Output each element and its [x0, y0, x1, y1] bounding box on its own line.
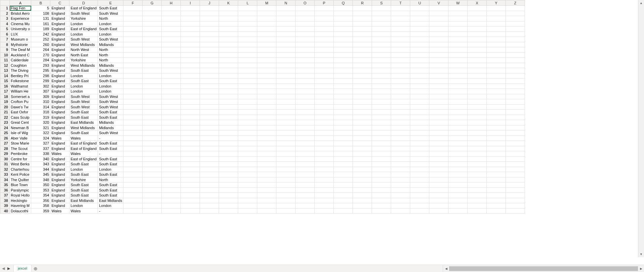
cell[interactable]	[296, 37, 315, 42]
row-header[interactable]: 18	[0, 94, 10, 99]
cell[interactable]	[123, 63, 143, 68]
cell[interactable]	[181, 42, 200, 47]
cell[interactable]	[123, 198, 143, 203]
cell[interactable]: Calderdale	[10, 58, 31, 63]
cell[interactable]	[219, 58, 238, 63]
cell[interactable]	[143, 110, 162, 115]
cell[interactable]	[506, 94, 525, 99]
cell[interactable]	[334, 63, 353, 68]
cell[interactable]: South West	[69, 11, 98, 16]
cell[interactable]: East of England	[69, 26, 98, 32]
cell[interactable]	[276, 151, 296, 157]
cell[interactable]	[296, 182, 315, 188]
cell[interactable]: Wales	[50, 208, 69, 214]
cell[interactable]: London	[69, 21, 98, 26]
column-header-W[interactable]: W	[448, 0, 468, 6]
cell[interactable]	[123, 193, 143, 198]
column-header-U[interactable]: U	[410, 0, 429, 6]
cell[interactable]	[123, 110, 143, 115]
cell[interactable]: England	[50, 94, 69, 99]
cell[interactable]	[257, 104, 276, 110]
cell[interactable]	[468, 58, 487, 63]
cell[interactable]	[315, 110, 334, 115]
row-header[interactable]: 3	[0, 16, 10, 21]
cell[interactable]	[219, 21, 238, 26]
cell[interactable]	[296, 130, 315, 136]
cell[interactable]	[468, 73, 487, 78]
cell[interactable]	[429, 141, 448, 146]
cell[interactable]	[353, 135, 372, 141]
cell[interactable]	[468, 84, 487, 89]
cell[interactable]	[448, 52, 468, 58]
cell[interactable]	[162, 89, 181, 94]
cell[interactable]	[257, 156, 276, 162]
cell[interactable]	[238, 99, 257, 105]
cell[interactable]	[372, 73, 391, 78]
row-header[interactable]: 33	[0, 172, 10, 177]
row-header[interactable]: 15	[0, 78, 10, 84]
cell[interactable]	[429, 21, 448, 26]
cell[interactable]	[353, 193, 372, 198]
column-header-P[interactable]: P	[315, 0, 334, 6]
cell[interactable]	[162, 177, 181, 182]
cell[interactable]	[238, 21, 257, 26]
cell[interactable]	[506, 182, 525, 188]
cell[interactable]: Experience	[10, 16, 31, 21]
cell[interactable]	[315, 104, 334, 110]
cell[interactable]: England	[50, 120, 69, 125]
cell[interactable]	[123, 58, 143, 63]
cell[interactable]	[468, 42, 487, 47]
cell[interactable]	[143, 68, 162, 73]
cell[interactable]	[276, 84, 296, 89]
cell[interactable]	[391, 115, 410, 120]
cell[interactable]	[391, 78, 410, 84]
cell[interactable]	[143, 52, 162, 58]
cell[interactable]: South East	[98, 156, 123, 162]
cell[interactable]	[353, 120, 372, 125]
cell[interactable]	[162, 94, 181, 99]
cell[interactable]	[506, 89, 525, 94]
cell[interactable]	[200, 52, 219, 58]
cell[interactable]	[429, 167, 448, 172]
cell[interactable]	[448, 208, 468, 214]
cell[interactable]	[353, 63, 372, 68]
cell[interactable]: Dawe's Tw	[10, 104, 31, 110]
cell[interactable]	[468, 167, 487, 172]
cell[interactable]	[391, 84, 410, 89]
cell[interactable]	[410, 89, 429, 94]
cell[interactable]	[162, 26, 181, 32]
cell[interactable]	[487, 63, 506, 68]
cell[interactable]	[468, 187, 487, 193]
cell[interactable]: Great Cent	[10, 120, 31, 125]
column-header-S[interactable]: S	[372, 0, 391, 6]
cell[interactable]	[219, 187, 238, 193]
cell[interactable]	[162, 84, 181, 89]
cell[interactable]	[487, 141, 506, 146]
cell[interactable]	[353, 16, 372, 21]
cell[interactable]	[238, 162, 257, 167]
cell[interactable]	[143, 146, 162, 151]
row-header[interactable]: 6	[0, 32, 10, 37]
cell[interactable]	[219, 84, 238, 89]
cell[interactable]	[334, 120, 353, 125]
cell[interactable]	[372, 37, 391, 42]
cell[interactable]	[181, 187, 200, 193]
cell[interactable]	[353, 125, 372, 130]
cell[interactable]	[372, 120, 391, 125]
column-header-X[interactable]: X	[468, 0, 487, 6]
cell[interactable]: 293	[31, 63, 50, 68]
cell[interactable]	[468, 52, 487, 58]
cell[interactable]: South West	[98, 99, 123, 105]
cell[interactable]	[257, 21, 276, 26]
cell[interactable]	[429, 187, 448, 193]
cell[interactable]: University o	[10, 26, 31, 32]
cell[interactable]	[296, 110, 315, 115]
cell[interactable]	[487, 26, 506, 32]
cell[interactable]: East of England	[69, 156, 98, 162]
cell[interactable]	[315, 135, 334, 141]
cell[interactable]	[181, 99, 200, 105]
cell[interactable]: South East	[69, 172, 98, 177]
cell[interactable]	[410, 130, 429, 136]
cell[interactable]	[276, 208, 296, 214]
cell[interactable]	[200, 125, 219, 130]
